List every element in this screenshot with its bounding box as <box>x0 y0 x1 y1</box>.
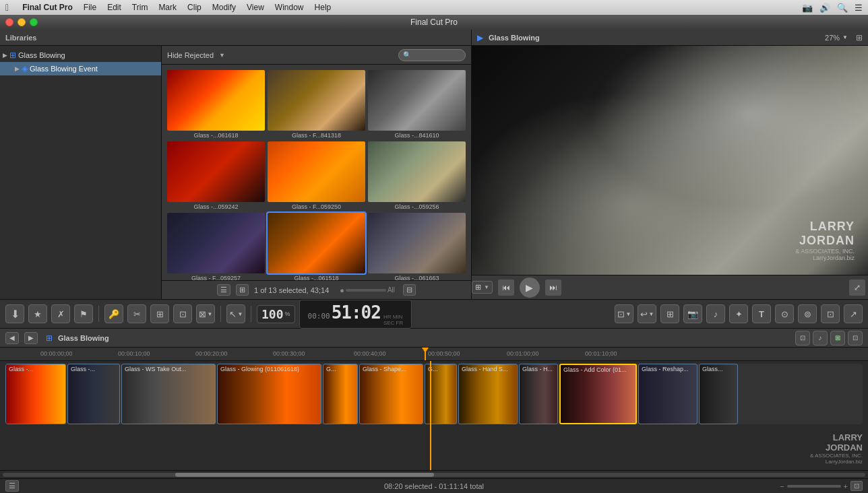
rating-button[interactable]: ⚑ <box>74 304 93 323</box>
keyword-button[interactable]: 🔑 <box>104 304 123 323</box>
clip-block[interactable]: Glass - Reshap... <box>638 364 698 424</box>
library-item[interactable]: ▶ ⊞ Glass Blowing <box>0 48 161 62</box>
help-menu[interactable]: Help <box>315 3 332 12</box>
view-toggle-grid[interactable]: ⊞ <box>236 284 249 296</box>
clip-thumbnail <box>167 213 265 273</box>
view-menu[interactable]: View <box>247 3 264 12</box>
ruler-inner: 00:00:00;00 00:00:10;00 00:00:20;00 00:0… <box>0 348 868 360</box>
go-to-start-button[interactable]: ⏮ <box>498 280 514 296</box>
ruler-mark-5: 00:00:50;00 <box>428 350 460 357</box>
zoom-slider[interactable]: ● All <box>340 286 395 294</box>
generator-button[interactable]: ⊙ <box>775 304 794 323</box>
menu-extra-icon[interactable]: ☰ <box>855 3 863 13</box>
search-icon[interactable]: 🔍 <box>837 3 848 13</box>
minimize-button[interactable] <box>18 18 26 26</box>
apple-logo-icon[interactable]:  <box>5 2 9 13</box>
connect-button[interactable]: ⊡ <box>821 304 840 323</box>
play-button[interactable]: ▶ <box>520 277 540 298</box>
app-name-menu[interactable]: Final Cut Pro <box>22 3 73 12</box>
blade-all-button[interactable]: ⊠ ▼ <box>196 304 215 323</box>
clip-block[interactable]: Glass - Glowing (011061618) <box>217 364 321 424</box>
clip-block[interactable]: G... <box>425 364 457 424</box>
traffic-lights <box>5 18 38 26</box>
select-dropdown-arrow: ▼ <box>238 311 243 317</box>
go-to-end-button[interactable]: ⏭ <box>545 280 561 296</box>
clip-item[interactable]: Glass -...061663 <box>368 213 466 280</box>
timeline-tool2[interactable]: ♪ <box>813 331 828 346</box>
clip-block[interactable]: Glass -... <box>67 364 120 424</box>
viewer-layout-btn[interactable]: ⊞ ▼ <box>472 281 493 294</box>
timeline-tool3[interactable]: ⊞ <box>830 331 845 346</box>
timeline-tool4[interactable]: ⊡ <box>848 331 863 346</box>
clip-connections-button[interactable]: ⊞ <box>150 304 169 323</box>
viewer-zoom-control[interactable]: 27% ▼ <box>825 34 848 42</box>
clip-item[interactable]: Glass - F...841318 <box>268 70 365 139</box>
select-tool-button[interactable]: ↖ ▼ <box>226 304 245 323</box>
title-button[interactable]: T <box>752 304 771 323</box>
mark-menu[interactable]: Mark <box>158 3 177 12</box>
export-button[interactable]: ↗ <box>844 304 863 323</box>
transform-button[interactable]: ⊡ ▼ <box>615 304 633 323</box>
window-menu[interactable]: Window <box>275 3 304 12</box>
timeline-forward-button[interactable]: ▶ <box>24 332 38 344</box>
event-item[interactable]: ▶ ◈ Glass Blowing Event <box>0 62 161 75</box>
crop-button[interactable]: ⊞ <box>660 304 679 323</box>
timeline-tracks[interactable]: Glass -... Glass -... Glass - WS Take Ou… <box>0 361 868 470</box>
edit-menu[interactable]: Edit <box>107 3 121 12</box>
snapshot-button[interactable]: 📷 <box>683 304 702 323</box>
trim-button[interactable]: ✂ <box>127 304 146 323</box>
clip-item[interactable]: Glass -...061618 <box>167 70 265 139</box>
search-box[interactable]: 🔍 <box>398 49 466 61</box>
clip-block[interactable]: Glass... <box>699 364 738 424</box>
viewer-fullscreen-icon[interactable]: ⊞ <box>856 33 863 42</box>
clip-item-selected[interactable]: Glass -...061518 <box>268 213 365 280</box>
clip-item[interactable]: Glass - F...059257 <box>167 213 265 280</box>
zoom-in-icon[interactable]: + <box>844 482 848 490</box>
close-button[interactable] <box>5 18 13 26</box>
clip-block[interactable]: Glass - H... <box>519 364 558 424</box>
fit-button[interactable]: ⊡ <box>850 481 863 491</box>
clip-item[interactable]: Glass -...059242 <box>167 141 265 210</box>
camera-icon[interactable]: 📷 <box>802 3 813 13</box>
clip-item[interactable]: Glass -...059256 <box>368 141 466 210</box>
import-button[interactable]: ⬇ <box>5 304 24 323</box>
ruler-mark-6: 00:01:00;00 <box>507 350 539 357</box>
volume-icon[interactable]: 🔊 <box>819 3 830 13</box>
ruler-mark-4: 00:00:40;00 <box>354 350 386 357</box>
timeline-scrollbar[interactable] <box>0 470 868 478</box>
clip-menu[interactable]: Clip <box>187 3 202 12</box>
zoom-out-icon[interactable]: − <box>780 482 784 490</box>
maximize-button[interactable] <box>30 18 38 26</box>
status-icon[interactable]: ☰ <box>5 480 19 492</box>
effects-button[interactable]: ✦ <box>729 304 748 323</box>
blade-button[interactable]: ⊡ <box>173 304 192 323</box>
share-button[interactable]: ⊚ <box>798 304 817 323</box>
view-toggle-list[interactable]: ☰ <box>217 284 230 296</box>
clip-block[interactable]: Glass - WS Take Out... <box>121 364 216 424</box>
clip-item[interactable]: Glass - F...059250 <box>268 141 365 210</box>
trim-menu[interactable]: Trim <box>132 3 148 12</box>
browser-status-text: 1 of 13 selected, 43;14 <box>254 286 329 294</box>
file-menu[interactable]: File <box>84 3 96 12</box>
timeline-tool1[interactable]: ⊡ <box>795 331 810 346</box>
scrollbar-thumb[interactable] <box>175 473 434 477</box>
scrollbar-track[interactable] <box>3 473 865 477</box>
expand-icon[interactable]: ⊟ <box>403 284 416 296</box>
undo-button[interactable]: ↩ ▼ <box>638 304 656 323</box>
clip-block-selected[interactable]: Glass - Add Color (01... <box>559 364 637 424</box>
clip-block[interactable]: G... <box>323 364 358 424</box>
audio-button[interactable]: ♪ <box>706 304 725 323</box>
clip-block[interactable]: Glass - Hand S... <box>458 364 518 424</box>
modify-menu[interactable]: Modify <box>212 3 236 12</box>
timeline-back-button[interactable]: ◀ <box>5 332 19 344</box>
favorites-button[interactable]: ★ <box>28 304 47 323</box>
clip-block[interactable]: Glass -... <box>5 364 66 424</box>
ruler-mark-2: 00:00:20;00 <box>195 350 228 357</box>
clip-item[interactable]: Glass -...841610 <box>368 70 466 139</box>
clip-block-label: Glass - H... <box>522 366 553 372</box>
timeline-zoom-slider[interactable] <box>787 485 841 488</box>
fullscreen-button[interactable]: ⤢ <box>849 280 865 296</box>
clip-block[interactable]: Glass - Shape... <box>359 364 423 424</box>
viewer-canvas: LARRY JORDAN & ASSOCIATES, INC. LarryJor… <box>472 46 868 275</box>
reject-button[interactable]: ✗ <box>51 304 70 323</box>
